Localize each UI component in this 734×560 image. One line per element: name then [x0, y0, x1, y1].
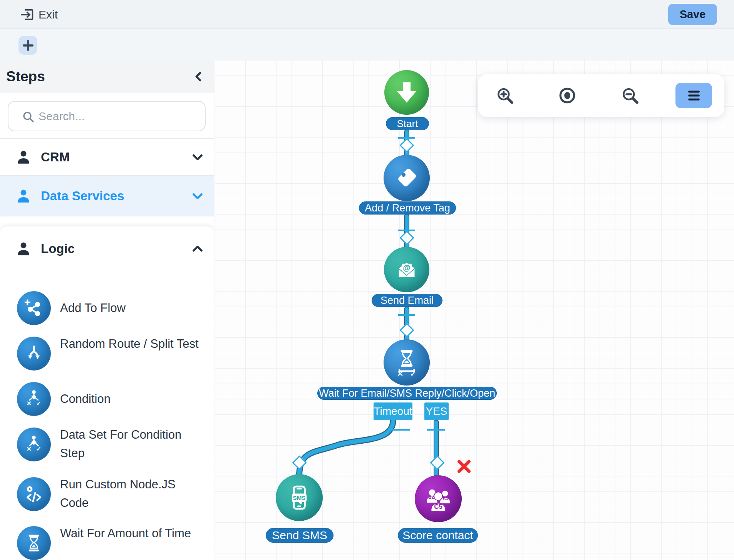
canvas-zoom-toolbar	[478, 74, 724, 117]
svg-text:✕: ✕	[397, 370, 403, 378]
plus-icon	[21, 39, 35, 52]
save-button[interactable]: Save	[668, 4, 717, 25]
connector-tick	[392, 429, 410, 431]
score-badge-left: B2	[429, 495, 434, 500]
sms-icon-text: SMS	[293, 495, 306, 501]
node-label-tag[interactable]: Add / Remove Tag	[359, 201, 456, 215]
step-item-nodejs-code[interactable]: Run Custom Node.JS Code	[0, 477, 214, 511]
sidebar-section-crm[interactable]: CRM	[0, 139, 214, 176]
add-step-button[interactable]	[18, 36, 37, 55]
step-item-wait-amount-time[interactable]: Wait For Amount of Time	[0, 526, 214, 560]
sidebar-section-logic[interactable]: Logic	[0, 230, 214, 267]
chevron-left-icon[interactable]	[192, 70, 206, 84]
random-route-icon	[17, 337, 51, 371]
step-item-label: Add To Flow	[60, 299, 206, 317]
chevron-down-icon	[190, 189, 205, 203]
step-item-condition[interactable]: ✕ ✓ Condition	[0, 382, 214, 416]
sms-phone-icon: SMS	[284, 482, 315, 513]
step-item-data-set-condition[interactable]: ✕ ✓ Data Set For Condition Step	[0, 428, 214, 461]
search-box	[8, 101, 206, 131]
hourglass-icon	[17, 526, 51, 560]
condition-icon: ✕ ✓	[17, 382, 51, 416]
svg-text:✕: ✕	[27, 446, 32, 452]
step-item-label: Condition	[60, 390, 206, 408]
steps-toolbar	[0, 29, 734, 60]
svg-text:✓: ✓	[410, 370, 416, 378]
node-send-sms[interactable]: SMS	[276, 474, 323, 521]
flow-builder-app: Exit Save Steps	[0, 0, 734, 560]
hamburger-icon	[685, 87, 702, 104]
svg-text:@: @	[403, 263, 410, 272]
search-input[interactable]	[39, 102, 200, 131]
add-to-flow-icon	[17, 291, 51, 325]
connector-tick	[427, 429, 445, 431]
node-label-start[interactable]: Start	[386, 117, 429, 130]
step-item-label: Data Set For Condition Step	[60, 426, 206, 463]
svg-text:✓: ✓	[36, 400, 41, 407]
step-item-label: Random Route / Split Test	[60, 335, 206, 353]
node-label-wait[interactable]: Wait For Email/SMS Reply/Click/Open	[317, 387, 497, 400]
zoom-out-button[interactable]	[618, 84, 642, 107]
chevron-down-icon	[190, 150, 205, 164]
sidebar-section-data-services[interactable]: Data Services	[0, 176, 214, 216]
section-label: Logic	[41, 241, 190, 256]
step-item-add-to-flow[interactable]: Add To Flow	[0, 291, 214, 325]
person-icon	[15, 240, 32, 258]
arrow-down-icon	[392, 77, 422, 107]
step-item-label: Run Custom Node.JS Code	[60, 475, 206, 512]
steps-sidebar: Steps CRM	[0, 60, 214, 560]
svg-text:✕: ✕	[27, 400, 32, 407]
sidebar-header: Steps	[0, 60, 214, 93]
search-icon	[22, 110, 35, 124]
connector-timeout-sms	[215, 60, 484, 491]
step-item-label: Wait For Amount of Time	[60, 524, 206, 543]
node-add-remove-tag[interactable]	[384, 155, 430, 201]
delete-marker-icon[interactable]	[456, 458, 473, 475]
section-label: CRM	[41, 150, 190, 164]
search-section	[0, 93, 214, 139]
people-score-icon: B2 A1 C5	[422, 483, 454, 515]
chevron-up-icon	[190, 241, 205, 256]
node-label-sms[interactable]: Send SMS	[266, 528, 333, 543]
canvas-menu-button[interactable]	[675, 83, 712, 108]
data-set-condition-icon: ✕ ✓	[17, 428, 51, 461]
score-badge-front: C5	[434, 503, 442, 510]
flow-canvas[interactable]: Start Add / Remove Tag @ Send E	[215, 60, 734, 560]
sidebar-title: Steps	[6, 69, 45, 85]
person-icon	[15, 187, 32, 205]
svg-text:✓: ✓	[36, 446, 41, 452]
nodejs-code-icon	[17, 477, 51, 511]
tag-icon	[392, 164, 421, 192]
connector-tick	[398, 314, 415, 316]
node-wait-reply[interactable]: ✕ ✓	[384, 339, 430, 386]
node-send-email[interactable]: @	[384, 247, 429, 292]
section-label: Data Services	[41, 189, 190, 203]
branch-label-timeout[interactable]: Timeout	[374, 402, 412, 420]
top-bar: Exit Save	[0, 0, 734, 29]
zoom-in-button[interactable]	[493, 84, 516, 107]
email-at-icon: @	[392, 255, 421, 284]
exit-icon	[20, 7, 35, 22]
node-score-contact[interactable]: B2 A1 C5	[415, 475, 462, 522]
step-item-random-route[interactable]: Random Route / Split Test	[0, 337, 214, 371]
node-label-score[interactable]: Score contact	[398, 528, 478, 543]
exit-label: Exit	[39, 8, 58, 21]
hourglass-check-icon: ✕ ✓	[391, 347, 422, 378]
person-icon	[15, 148, 32, 166]
node-start[interactable]	[384, 70, 429, 115]
branch-label-yes[interactable]: YES	[424, 402, 449, 420]
score-badge-right: A1	[443, 496, 448, 501]
node-label-email[interactable]: Send Email	[372, 294, 442, 307]
fit-view-button[interactable]	[556, 84, 579, 107]
exit-button[interactable]: Exit	[20, 5, 58, 24]
